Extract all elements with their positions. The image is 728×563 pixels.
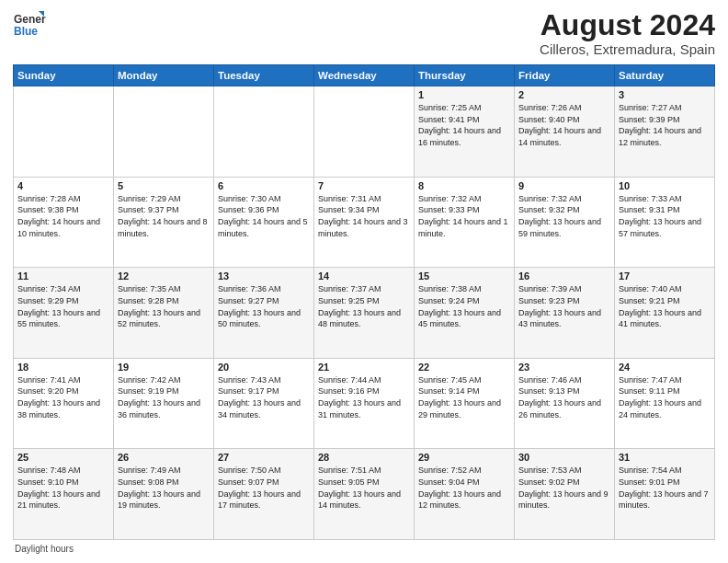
page: General Blue August 2024 Cilleros, Extre… xyxy=(0,0,728,563)
day-number: 7 xyxy=(318,180,410,191)
location-subtitle: Cilleros, Extremadura, Spain xyxy=(540,41,715,57)
sunset-text: Sunset: 9:04 PM xyxy=(418,477,480,487)
sunset-text: Sunset: 9:37 PM xyxy=(118,205,179,214)
sunrise-text: Sunrise: 7:37 AM xyxy=(318,284,381,293)
sunset-text: Sunset: 9:20 PM xyxy=(17,386,79,396)
daylight-text: Daylight: 14 hours and 14 minutes. xyxy=(518,126,601,147)
day-info: Sunrise: 7:36 AM Sunset: 9:27 PM Dayligh… xyxy=(218,283,310,329)
header-row: Sunday Monday Tuesday Wednesday Thursday… xyxy=(14,65,715,86)
daylight-text: Daylight: 13 hours and 52 minutes. xyxy=(118,308,200,329)
sunset-text: Sunset: 9:32 PM xyxy=(518,205,580,214)
sunset-text: Sunset: 9:34 PM xyxy=(318,205,380,214)
daylight-text: Daylight: 13 hours and 7 minutes. xyxy=(619,489,709,511)
sunset-text: Sunset: 9:36 PM xyxy=(218,205,279,214)
day-number: 5 xyxy=(118,180,210,191)
day-info: Sunrise: 7:51 AM Sunset: 9:05 PM Dayligh… xyxy=(318,465,410,511)
sunrise-text: Sunrise: 7:25 AM xyxy=(418,103,482,112)
day-info: Sunrise: 7:47 AM Sunset: 9:11 PM Dayligh… xyxy=(619,374,711,420)
day-info: Sunrise: 7:48 AM Sunset: 9:10 PM Dayligh… xyxy=(17,465,109,511)
sunset-text: Sunset: 9:33 PM xyxy=(418,205,480,214)
daylight-text: Daylight: 13 hours and 48 minutes. xyxy=(318,308,401,329)
daylight-text: Daylight: 13 hours and 9 minutes. xyxy=(518,489,609,511)
sunset-text: Sunset: 9:01 PM xyxy=(619,477,680,487)
table-row: 23 Sunrise: 7:46 AM Sunset: 9:13 PM Dayl… xyxy=(515,358,615,449)
table-row: 12 Sunrise: 7:35 AM Sunset: 9:28 PM Dayl… xyxy=(114,268,214,359)
day-info: Sunrise: 7:38 AM Sunset: 9:24 PM Dayligh… xyxy=(418,283,510,329)
sunrise-text: Sunrise: 7:50 AM xyxy=(218,465,281,475)
day-number: 20 xyxy=(218,362,310,373)
table-row: 21 Sunrise: 7:44 AM Sunset: 9:16 PM Dayl… xyxy=(314,358,415,449)
day-info: Sunrise: 7:28 AM Sunset: 9:38 PM Dayligh… xyxy=(17,193,109,239)
table-row: 28 Sunrise: 7:51 AM Sunset: 9:05 PM Dayl… xyxy=(314,449,415,540)
day-number: 22 xyxy=(418,362,510,373)
daylight-text: Daylight: 14 hours and 3 minutes. xyxy=(318,217,408,238)
sunrise-text: Sunrise: 7:45 AM xyxy=(418,375,482,385)
daylight-text: Daylight: 13 hours and 31 minutes. xyxy=(318,398,401,419)
table-row: 11 Sunrise: 7:34 AM Sunset: 9:29 PM Dayl… xyxy=(14,268,114,359)
table-row: 25 Sunrise: 7:48 AM Sunset: 9:10 PM Dayl… xyxy=(14,449,114,540)
table-row xyxy=(114,86,214,178)
daylight-text: Daylight: 13 hours and 38 minutes. xyxy=(17,398,100,419)
table-row xyxy=(14,86,114,178)
table-row: 15 Sunrise: 7:38 AM Sunset: 9:24 PM Dayl… xyxy=(415,268,515,359)
daylight-text: Daylight: 13 hours and 34 minutes. xyxy=(218,398,301,419)
table-row: 4 Sunrise: 7:28 AM Sunset: 9:38 PM Dayli… xyxy=(14,177,114,268)
sunset-text: Sunset: 9:29 PM xyxy=(17,296,79,305)
table-row: 18 Sunrise: 7:41 AM Sunset: 9:20 PM Dayl… xyxy=(14,358,114,449)
week-row-0: 1 Sunrise: 7:25 AM Sunset: 9:41 PM Dayli… xyxy=(14,86,715,178)
sunrise-text: Sunrise: 7:32 AM xyxy=(518,194,582,203)
day-info: Sunrise: 7:32 AM Sunset: 9:33 PM Dayligh… xyxy=(418,193,510,239)
day-number: 15 xyxy=(418,270,510,282)
sunrise-text: Sunrise: 7:47 AM xyxy=(619,375,682,385)
day-number: 23 xyxy=(518,362,610,373)
sunset-text: Sunset: 9:16 PM xyxy=(318,386,380,396)
day-number: 28 xyxy=(318,452,410,463)
sunrise-text: Sunrise: 7:53 AM xyxy=(518,465,582,475)
daylight-text: Daylight: 13 hours and 26 minutes. xyxy=(518,398,601,419)
sunrise-text: Sunrise: 7:42 AM xyxy=(118,375,181,385)
day-info: Sunrise: 7:46 AM Sunset: 9:13 PM Dayligh… xyxy=(518,374,610,420)
day-info: Sunrise: 7:34 AM Sunset: 9:29 PM Dayligh… xyxy=(17,283,109,329)
day-info: Sunrise: 7:54 AM Sunset: 9:01 PM Dayligh… xyxy=(619,465,711,511)
day-info: Sunrise: 7:26 AM Sunset: 9:40 PM Dayligh… xyxy=(518,102,610,148)
table-row xyxy=(314,86,415,178)
table-row: 20 Sunrise: 7:43 AM Sunset: 9:17 PM Dayl… xyxy=(214,358,314,449)
daylight-text: Daylight: 13 hours and 57 minutes. xyxy=(619,217,701,238)
footer-daylight: Daylight hours xyxy=(13,544,715,554)
sunset-text: Sunset: 9:25 PM xyxy=(318,296,380,305)
month-year-title: August 2024 xyxy=(540,9,715,41)
logo-svg: General Blue xyxy=(13,9,46,42)
daylight-text: Daylight: 13 hours and 41 minutes. xyxy=(619,308,701,329)
daylight-text: Daylight: 13 hours and 59 minutes. xyxy=(518,217,601,238)
day-info: Sunrise: 7:37 AM Sunset: 9:25 PM Dayligh… xyxy=(318,283,410,329)
sunrise-text: Sunrise: 7:27 AM xyxy=(619,103,682,112)
header-sunday: Sunday xyxy=(14,65,114,86)
day-number: 1 xyxy=(418,89,510,100)
table-row: 2 Sunrise: 7:26 AM Sunset: 9:40 PM Dayli… xyxy=(515,86,615,178)
sunrise-text: Sunrise: 7:48 AM xyxy=(17,465,81,475)
day-number: 17 xyxy=(619,270,711,282)
table-row: 7 Sunrise: 7:31 AM Sunset: 9:34 PM Dayli… xyxy=(314,177,415,268)
sunrise-text: Sunrise: 7:38 AM xyxy=(418,284,482,293)
daylight-text: Daylight: 14 hours and 10 minutes. xyxy=(17,217,100,238)
table-row: 5 Sunrise: 7:29 AM Sunset: 9:37 PM Dayli… xyxy=(114,177,214,268)
table-row: 26 Sunrise: 7:49 AM Sunset: 9:08 PM Dayl… xyxy=(114,449,214,540)
sunset-text: Sunset: 9:21 PM xyxy=(619,296,680,305)
daylight-text: Daylight: 14 hours and 1 minute. xyxy=(418,217,508,238)
day-number: 19 xyxy=(118,362,210,373)
day-number: 21 xyxy=(318,362,410,373)
table-row: 8 Sunrise: 7:32 AM Sunset: 9:33 PM Dayli… xyxy=(415,177,515,268)
daylight-text: Daylight: 14 hours and 8 minutes. xyxy=(118,217,208,238)
sunset-text: Sunset: 9:17 PM xyxy=(218,386,279,396)
sunset-text: Sunset: 9:28 PM xyxy=(118,296,179,305)
day-number: 13 xyxy=(218,270,310,282)
week-row-4: 25 Sunrise: 7:48 AM Sunset: 9:10 PM Dayl… xyxy=(14,449,715,540)
day-info: Sunrise: 7:44 AM Sunset: 9:16 PM Dayligh… xyxy=(318,374,410,420)
sunset-text: Sunset: 9:14 PM xyxy=(418,386,480,396)
sunrise-text: Sunrise: 7:52 AM xyxy=(418,465,482,475)
daylight-text: Daylight: 13 hours and 45 minutes. xyxy=(418,308,501,329)
table-row: 14 Sunrise: 7:37 AM Sunset: 9:25 PM Dayl… xyxy=(314,268,415,359)
daylight-text: Daylight: 13 hours and 55 minutes. xyxy=(17,308,100,329)
title-block: August 2024 Cilleros, Extremadura, Spain xyxy=(540,9,715,57)
svg-text:Blue: Blue xyxy=(14,25,38,38)
